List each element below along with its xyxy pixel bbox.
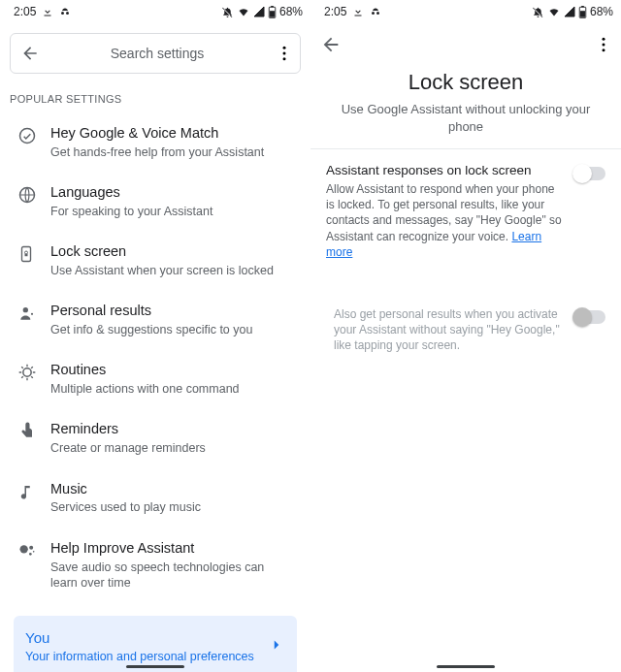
search-bar[interactable]: Search settings bbox=[10, 33, 301, 74]
row-title: Help Improve Assistant bbox=[50, 539, 293, 558]
search-placeholder: Search settings bbox=[40, 46, 275, 61]
wifi-icon bbox=[547, 6, 561, 17]
phone-lock-icon bbox=[17, 244, 35, 268]
setting-desc: Also get personal results when you activ… bbox=[334, 306, 565, 354]
svg-point-5 bbox=[283, 57, 286, 60]
incognito-icon bbox=[370, 6, 381, 17]
top-bar bbox=[310, 31, 621, 62]
svg-point-20 bbox=[603, 38, 605, 41]
you-title: You bbox=[25, 629, 268, 646]
voice-icon bbox=[17, 126, 37, 149]
lock-screen-settings: 2:05 68% Lock screen Use Google Assistan… bbox=[310, 0, 621, 672]
section-header: POPULAR SETTINGS bbox=[0, 74, 310, 112]
row-title: Lock screen bbox=[50, 242, 293, 261]
wifi-icon bbox=[237, 6, 250, 17]
status-bar: 2:05 68% bbox=[310, 0, 621, 23]
svg-rect-1 bbox=[271, 6, 274, 7]
row-sub: For speaking to your Assistant bbox=[50, 204, 293, 219]
row-reminders[interactable]: RemindersCreate or manage reminders bbox=[0, 408, 310, 467]
battery-icon bbox=[268, 6, 277, 18]
back-icon[interactable] bbox=[20, 44, 40, 63]
svg-rect-18 bbox=[581, 6, 584, 7]
svg-point-12 bbox=[23, 368, 31, 376]
home-indicator bbox=[126, 665, 184, 668]
svg-point-22 bbox=[603, 48, 605, 51]
row-lock-screen[interactable]: Lock screenUse Assistant when your scree… bbox=[0, 231, 310, 290]
toggle-personal-results[interactable] bbox=[574, 310, 605, 324]
signal-icon bbox=[253, 6, 265, 17]
download-icon bbox=[42, 6, 53, 17]
settings-screen: 2:05 68% Search settings POPULAR SETTING… bbox=[0, 0, 310, 672]
svg-point-16 bbox=[33, 551, 35, 553]
row-sub: Get hands-free help from your Assistant bbox=[50, 144, 293, 160]
you-card[interactable]: You Your information and personal prefer… bbox=[14, 616, 297, 672]
toggle-lock-responses[interactable] bbox=[574, 167, 605, 180]
row-title: Languages bbox=[50, 183, 293, 202]
svg-point-13 bbox=[20, 545, 28, 553]
clock: 2:05 bbox=[324, 5, 346, 18]
row-sub: Create or manage reminders bbox=[50, 440, 293, 456]
row-personal-results[interactable]: Personal resultsGet info & suggestions s… bbox=[0, 290, 310, 349]
more-icon[interactable] bbox=[275, 44, 294, 63]
download-icon bbox=[352, 6, 364, 17]
row-routines[interactable]: RoutinesMultiple actions with one comman… bbox=[0, 349, 310, 408]
svg-point-15 bbox=[29, 553, 32, 556]
page-title: Lock screen bbox=[310, 62, 621, 101]
row-help-improve[interactable]: Help Improve AssistantSave audio so spee… bbox=[0, 528, 310, 602]
bell-off-icon bbox=[221, 6, 234, 18]
row-sub: Multiple actions with one command bbox=[50, 381, 293, 397]
row-sub: Services used to play music bbox=[50, 499, 293, 515]
finger-icon bbox=[17, 422, 37, 445]
setting-desc: Allow Assistant to respond when your pho… bbox=[326, 181, 565, 260]
back-icon[interactable] bbox=[320, 34, 342, 59]
row-title: Reminders bbox=[50, 420, 293, 438]
row-sub: Get info & suggestions specific to you bbox=[50, 322, 293, 337]
row-title: Hey Google & Voice Match bbox=[50, 124, 293, 143]
setting-header: Assistant responses on lock screen bbox=[326, 163, 565, 177]
row-hey-google[interactable]: Hey Google & Voice MatchGet hands-free h… bbox=[0, 112, 310, 172]
row-title: Music bbox=[50, 480, 293, 498]
battery-icon bbox=[578, 6, 587, 18]
music-icon bbox=[17, 482, 35, 505]
page-subtitle: Use Google Assistant without unlocking y… bbox=[310, 101, 621, 148]
setting-lock-responses: Assistant responses on lock screen Allow… bbox=[310, 149, 621, 260]
row-music[interactable]: MusicServices used to play music bbox=[0, 468, 310, 528]
more-icon[interactable] bbox=[594, 35, 613, 58]
routines-icon bbox=[17, 363, 37, 386]
globe-icon bbox=[17, 185, 37, 208]
row-title: Routines bbox=[50, 361, 293, 379]
svg-point-10 bbox=[23, 307, 28, 312]
person-icon bbox=[17, 304, 37, 327]
svg-point-21 bbox=[603, 44, 605, 47]
setting-personal-results: Also get personal results when you activ… bbox=[310, 293, 621, 354]
svg-point-6 bbox=[20, 129, 35, 144]
assistant-icon bbox=[17, 541, 37, 564]
clock: 2:05 bbox=[14, 5, 36, 18]
row-title: Personal results bbox=[50, 302, 293, 320]
incognito-icon bbox=[59, 6, 71, 17]
svg-rect-9 bbox=[25, 253, 28, 256]
battery-pct: 68% bbox=[279, 5, 303, 18]
row-sub: Save audio so speech technologies can le… bbox=[50, 560, 293, 592]
status-bar: 2:05 68% bbox=[0, 0, 310, 23]
svg-point-3 bbox=[283, 47, 286, 49]
svg-point-11 bbox=[31, 313, 33, 315]
chevron-right-icon bbox=[268, 636, 285, 657]
svg-rect-2 bbox=[270, 11, 275, 17]
svg-point-14 bbox=[29, 545, 33, 549]
bell-off-icon bbox=[532, 6, 544, 18]
row-sub: Use Assistant when your screen is locked bbox=[50, 263, 293, 278]
home-indicator bbox=[437, 665, 495, 668]
svg-point-4 bbox=[283, 52, 286, 55]
svg-rect-19 bbox=[580, 11, 585, 17]
you-sub: Your information and personal preference… bbox=[25, 650, 268, 663]
row-languages[interactable]: LanguagesFor speaking to your Assistant bbox=[0, 172, 310, 231]
signal-icon bbox=[564, 6, 575, 17]
battery-pct: 68% bbox=[590, 5, 613, 18]
